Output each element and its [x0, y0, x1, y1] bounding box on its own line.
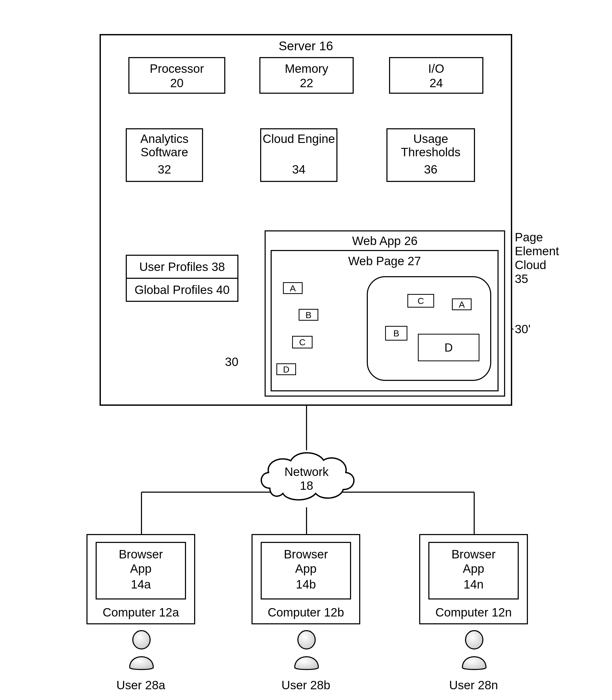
webapp-title: Web App 26 [265, 234, 505, 248]
browser-a-l1: Browser [96, 547, 186, 561]
cloud-engine-num: 34 [260, 162, 337, 176]
svg-point-8 [133, 631, 150, 649]
page-element-cloud-label: Page Element Cloud 35 [515, 230, 572, 286]
network-num: 18 [254, 478, 359, 493]
cloud-element-c: C [407, 294, 434, 308]
browser-a-num: 14a [96, 577, 186, 591]
user-a-label: User 28a [86, 678, 195, 692]
analytics-name: Analytics Software [126, 132, 203, 159]
user-n-icon [457, 628, 491, 670]
network-name: Network [254, 465, 359, 479]
cloud-engine-name: Cloud Engine [260, 132, 337, 145]
cloud-element-a: A [452, 298, 472, 310]
user-profiles-label: User Profiles 38 [126, 260, 238, 274]
webpage-title: Web Page 27 [270, 254, 499, 268]
computer-b-label: Computer 12b [251, 605, 360, 619]
browser-a-l2: App [96, 561, 186, 576]
svg-point-10 [465, 631, 483, 649]
page-element-d: D [276, 363, 296, 375]
user-a-icon [124, 628, 158, 670]
page-element-a: A [283, 282, 303, 294]
page-element-b: B [299, 309, 318, 321]
analytics-num: 32 [126, 162, 203, 176]
computer-a-label: Computer 12a [86, 605, 195, 619]
browser-n-l1: Browser [428, 547, 519, 561]
io-name: I/O [389, 61, 483, 76]
svg-point-9 [298, 631, 315, 649]
ref-30p: 30' [515, 322, 544, 336]
ref-30: 30 [215, 355, 238, 369]
cloud-element-b: B [385, 326, 407, 341]
browser-n-num: 14n [428, 577, 519, 591]
processor-num: 20 [128, 76, 225, 90]
page-element-c: C [292, 336, 312, 348]
browser-b-num: 14b [261, 577, 351, 591]
processor-name: Processor [128, 61, 225, 76]
memory-num: 22 [259, 76, 354, 90]
usage-thresholds-name: Usage Thresholds [387, 132, 475, 159]
cloud-element-d: D [418, 334, 479, 361]
user-b-label: User 28b [251, 678, 360, 692]
browser-n-l2: App [428, 561, 519, 576]
user-b-icon [290, 628, 323, 670]
server-title: Server 16 [100, 39, 512, 53]
browser-b-l1: Browser [261, 547, 351, 561]
usage-thresholds-num: 36 [387, 162, 475, 176]
memory-name: Memory [259, 61, 354, 76]
user-n-label: User 28n [419, 678, 528, 692]
io-num: 24 [389, 76, 483, 90]
computer-n-label: Computer 12n [419, 605, 528, 619]
global-profiles-label: Global Profiles 40 [126, 283, 238, 297]
browser-b-l2: App [261, 561, 351, 576]
